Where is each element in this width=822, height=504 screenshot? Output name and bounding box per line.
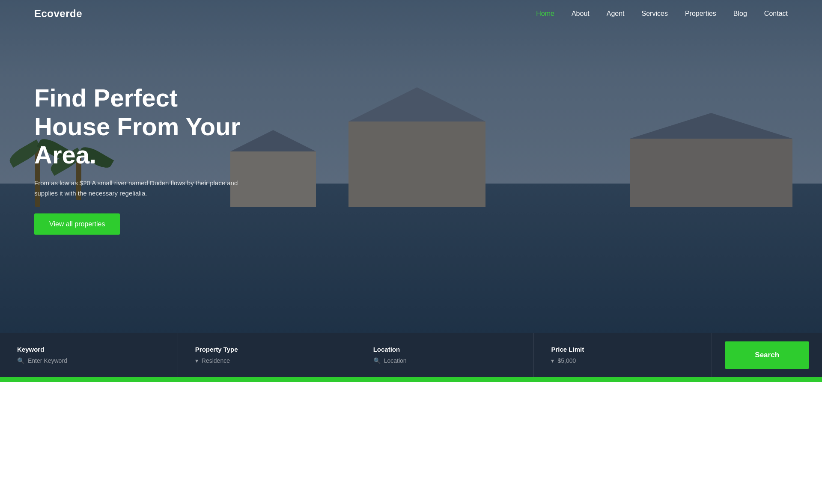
price-limit-label: Price Limit bbox=[551, 346, 694, 353]
nav-item-contact[interactable]: Contact bbox=[764, 10, 788, 18]
property-type-select[interactable]: ▾ Residence bbox=[195, 357, 339, 364]
hero-subtitle: From as low as $20 A small river named D… bbox=[34, 178, 257, 199]
nav-link-blog[interactable]: Blog bbox=[733, 10, 747, 17]
hero-content: Find PerfectHouse From Your Area. From a… bbox=[34, 84, 291, 235]
hero-section: Ecoverde Home About Agent Services Prope… bbox=[0, 0, 822, 334]
search-bar: Keyword 🔍 Property Type ▾ Residence Loca… bbox=[0, 333, 822, 377]
nav-item-about[interactable]: About bbox=[572, 10, 590, 18]
price-limit-select[interactable]: ▾ $5,000 bbox=[551, 357, 694, 364]
nav-link-contact[interactable]: Contact bbox=[764, 10, 788, 17]
nav-item-properties[interactable]: Properties bbox=[685, 10, 716, 18]
nav-item-blog[interactable]: Blog bbox=[733, 10, 747, 18]
keyword-field: Keyword 🔍 bbox=[0, 333, 178, 377]
chevron-down-icon-price: ▾ bbox=[551, 357, 554, 364]
nav-menu: Home About Agent Services Properties Blo… bbox=[536, 10, 788, 18]
search-button[interactable]: Search bbox=[725, 341, 809, 369]
price-limit-value: $5,000 bbox=[557, 357, 576, 364]
chevron-down-icon: ▾ bbox=[195, 357, 198, 364]
hero-title: Find PerfectHouse From Your Area. bbox=[34, 84, 291, 169]
nav-link-home[interactable]: Home bbox=[536, 10, 554, 17]
keyword-input-wrapper[interactable]: 🔍 bbox=[17, 357, 161, 364]
nav-link-properties[interactable]: Properties bbox=[685, 10, 716, 17]
nav-link-about[interactable]: About bbox=[572, 10, 590, 17]
price-limit-field: Price Limit ▾ $5,000 bbox=[534, 333, 712, 377]
location-input-wrapper[interactable]: 🔍 bbox=[373, 357, 517, 364]
nav-item-agent[interactable]: Agent bbox=[607, 10, 625, 18]
navbar: Ecoverde Home About Agent Services Prope… bbox=[0, 0, 822, 27]
nav-item-home[interactable]: Home bbox=[536, 10, 554, 18]
search-icon: 🔍 bbox=[17, 357, 24, 364]
location-icon: 🔍 bbox=[373, 357, 381, 364]
nav-link-agent[interactable]: Agent bbox=[607, 10, 625, 17]
property-type-label: Property Type bbox=[195, 346, 339, 353]
nav-link-services[interactable]: Services bbox=[642, 10, 668, 17]
property-type-value: Residence bbox=[202, 357, 230, 364]
view-properties-button[interactable]: View all properties bbox=[34, 213, 120, 235]
nav-item-services[interactable]: Services bbox=[642, 10, 668, 18]
brand-logo: Ecoverde bbox=[34, 8, 82, 20]
green-accent-bar bbox=[0, 377, 822, 382]
location-input[interactable] bbox=[384, 357, 517, 364]
keyword-label: Keyword bbox=[17, 346, 161, 353]
location-field: Location 🔍 bbox=[356, 333, 534, 377]
property-type-field: Property Type ▾ Residence bbox=[178, 333, 356, 377]
location-label: Location bbox=[373, 346, 517, 353]
keyword-input[interactable] bbox=[28, 357, 161, 364]
search-button-wrapper: Search bbox=[712, 334, 822, 377]
